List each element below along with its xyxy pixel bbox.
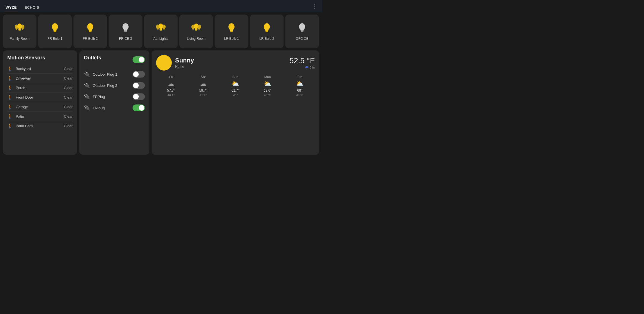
svg-point-30 [198,25,201,29]
sun-icon [156,55,172,71]
light-tile-lr-bulb-1[interactable]: LR Bulb 1 [215,15,248,48]
svg-rect-17 [124,31,127,32]
svg-rect-21 [160,29,162,30]
light-tile-ali-lights[interactable]: ALI Lights [144,15,178,48]
sensor-row-driveway[interactable]: 🚶 Driveway Clear [7,74,73,83]
person-walking-icon: 🚶 [7,76,13,81]
outlets-master-toggle[interactable] [133,56,145,63]
outlet-name: Outdoor Plug 2 [93,83,130,88]
sensor-name: Garage [16,105,61,109]
svg-rect-39 [301,30,304,31]
weather-header: Sunny Home 52.5 °F ☔ 0 in [156,55,315,71]
sensor-row-patio-cam[interactable]: 🚶 Patio Cam Clear [7,121,73,131]
svg-rect-37 [266,31,268,32]
light-tile-family-room[interactable]: Family Room [3,15,36,48]
forecast-row: Fri ☁ 57.7° 40.1° Sat ☁ 59.7° 41.4° Sun … [156,75,315,97]
forecast-day-name: Tue [297,75,302,79]
weather-panel: Sunny Home 52.5 °F ☔ 0 in Fri ☁ 57.7° 40… [152,50,319,155]
cloud-sun-icon-tue: ⛅ [296,80,304,87]
outlet-toggle-lrplug[interactable] [133,104,145,111]
light-tile-fr-bulb-1[interactable]: FR Bulb 1 [38,15,72,48]
person-walking-icon: 🚶 [7,123,13,129]
more-menu-icon[interactable]: ⋮ [311,3,318,10]
outlet-row-outdoor-plug-1[interactable]: 🔌 Outdoor Plug 1 [84,69,145,80]
sensor-row-backyard[interactable]: 🚶 Backyard Clear [7,64,73,74]
sensor-name: Patio [16,114,61,118]
outlet-row-lrplug[interactable]: 🔌 LRPlug [84,102,145,113]
svg-point-9 [52,23,58,30]
outlet-row-frplug[interactable]: 🔌 FRPlug [84,91,145,102]
sensor-status: Clear [64,124,73,128]
sensor-name: Backyard [16,67,61,71]
svg-point-12 [87,23,93,30]
forecast-day-name: Sat [201,75,206,79]
plug-icon: 🔌 [84,82,90,89]
outlet-toggle-outdoor-plug-1[interactable] [133,71,145,78]
cloud-sun-icon-mon: ⛅ [264,80,271,87]
svg-rect-4 [18,29,21,30]
forecast-low: 41.4° [200,94,207,97]
outlets-panel: Outlets 🔌 Outdoor Plug 1 🔌 Outdoor Plug … [79,50,149,155]
forecast-high: 57.7° [167,89,175,92]
light-tile-lr-bulb-2[interactable]: LR Bulb 2 [250,15,284,48]
svg-rect-24 [163,29,165,30]
outlet-toggle-outdoor-plug-2[interactable] [133,82,145,89]
svg-point-38 [299,23,305,30]
light-tile-living-room[interactable]: Living Room [179,15,213,48]
forecast-day-name: Sun [232,75,238,79]
forecast-day-name: Fri [169,75,173,79]
outlets-title: Outlets [84,55,101,61]
forecast-day-name: Mon [264,75,271,79]
person-walking-icon: 🚶 [7,104,13,110]
forecast-day-sat: Sat ☁ 59.7° 41.4° [188,75,218,97]
svg-rect-2 [16,30,17,30]
light-tile-ofc-cb[interactable]: OFC CB [285,15,319,48]
weather-temperature: 52.5 °F [289,56,315,65]
motion-sensors-panel: Motion Sensors 🚶 Backyard Clear 🚶 Drivew… [3,50,77,155]
bulb-icon-fr-bulb-2 [85,22,96,34]
svg-rect-1 [16,29,17,30]
svg-rect-13 [89,30,92,31]
svg-rect-29 [195,30,197,31]
weather-info: Sunny Home [175,57,286,69]
svg-rect-7 [22,29,23,30]
bulb-icon-ali-lights [155,22,166,34]
sensor-name: Porch [16,86,61,90]
svg-rect-36 [265,30,268,31]
sensor-row-porch[interactable]: 🚶 Porch Clear [7,83,73,93]
light-tile-label: Family Room [10,37,30,41]
person-walking-icon: 🚶 [7,66,13,71]
outlet-name: LRPlug [93,106,130,110]
lights-row: Family Room FR Bulb 1 FR Bulb 2 [0,12,322,50]
person-walking-icon: 🚶 [7,95,13,100]
svg-rect-31 [198,29,200,30]
light-tile-label: LR Bulb 2 [260,37,274,41]
outlet-toggle-frplug[interactable] [133,93,145,100]
sensor-row-garage[interactable]: 🚶 Garage Clear [7,102,73,112]
tab-echos[interactable]: ECHO'S [24,0,40,12]
forecast-high: 61.7° [231,89,239,92]
bulb-icon-lr-bulb-1 [226,22,237,34]
outlet-row-outdoor-plug-2[interactable]: 🔌 Outdoor Plug 2 [84,80,145,91]
light-tile-fr-cb-3[interactable]: FR CB 3 [109,15,142,48]
svg-point-35 [264,23,270,30]
svg-point-32 [228,23,235,30]
light-tile-label: OFC CB [296,37,308,41]
tab-wyze[interactable]: WYZE [4,0,18,12]
outlets-header: Outlets [84,55,145,64]
cloud-icon-fri: ☁ [168,80,174,87]
light-tile-label: FR Bulb 2 [83,37,98,41]
forecast-low: 45° [233,94,238,97]
svg-rect-10 [54,30,57,31]
motion-sensors-title: Motion Sensors [7,55,73,61]
svg-rect-22 [160,30,162,31]
sensor-row-front-door[interactable]: 🚶 Front Door Clear [7,93,73,102]
sensor-name: Driveway [16,76,61,80]
light-tile-label: LR Bulb 1 [224,37,239,41]
svg-rect-14 [89,31,92,32]
light-tile-fr-bulb-2[interactable]: FR Bulb 2 [73,15,107,48]
bulb-icon-fr-cb-3 [120,22,131,34]
plug-icon-yellow: 🔌 [84,105,90,111]
sensor-status: Clear [64,95,73,99]
sensor-row-patio[interactable]: 🚶 Patio Clear [7,112,73,121]
